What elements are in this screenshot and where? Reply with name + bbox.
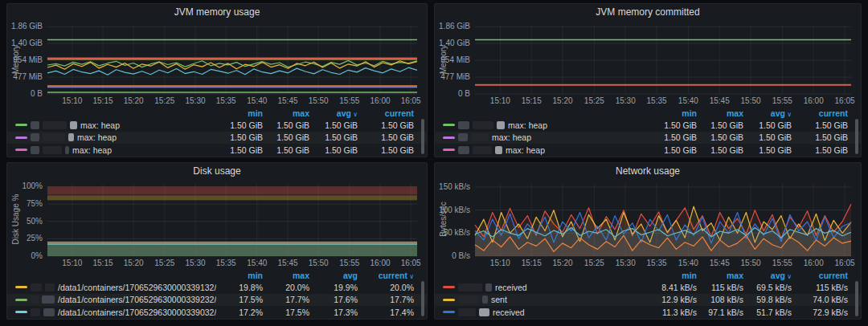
legend-series-cell[interactable]: max: heap: [15, 120, 216, 130]
legend-series-cell[interactable]: max: heap: [15, 132, 216, 142]
x-tick-label: 15:45: [275, 259, 301, 267]
legend-row[interactable]: sent12.9 kB/s108 kB/s59.8 kB/s74.0 kB/s: [435, 294, 861, 307]
x-tick-label: 15:35: [644, 96, 669, 105]
legend-value-avg: 1.50 GiB: [309, 132, 358, 142]
legend-value-avg: 1.50 GiB: [743, 145, 792, 155]
y-tick-label: 1.40 GiB: [435, 39, 470, 48]
legend-network-usage: minmaxavg ∨currentreceived8.41 kB/s115 k…: [435, 269, 861, 319]
legend-row[interactable]: /data1/containers/1706529630000339032/es…: [7, 306, 427, 319]
legend-column-min[interactable]: min: [216, 271, 263, 280]
legend-value-max: 1.50 GiB: [697, 145, 743, 155]
legend-scrollbar[interactable]: [421, 119, 424, 154]
x-tick-label: 15:50: [305, 259, 331, 267]
panel-title[interactable]: JVM memory usage: [7, 4, 427, 20]
legend-value-min: 1.50 GiB: [650, 120, 697, 130]
legend-column-avg[interactable]: avg ∨: [743, 108, 792, 118]
legend-series-label: max: heap: [77, 132, 117, 142]
legend-series-cell[interactable]: /data1/containers/1706529630000339032/es…: [15, 308, 216, 317]
legend-row[interactable]: received11.3 kB/s97.1 kB/s51.7 kB/s72.9 …: [435, 306, 861, 319]
sort-caret-icon: ∨: [785, 111, 792, 118]
legend-row[interactable]: /data1/containers/1706529630000339232/es…: [7, 294, 427, 307]
sort-caret-icon: ∨: [351, 111, 358, 118]
legend-column-current[interactable]: current: [792, 108, 848, 118]
legend-series-cell[interactable]: /data1/containers/1706529630000339232/es…: [15, 295, 216, 304]
legend-value-max: 97.1 kB/s: [697, 308, 743, 317]
legend-value-min: 1.50 GiB: [650, 145, 697, 155]
legend-value-current: 1.50 GiB: [792, 120, 848, 130]
panel-title[interactable]: Network usage: [435, 163, 861, 179]
x-tick-label: 15:25: [581, 96, 607, 105]
legend-value-current: 1.50 GiB: [358, 145, 414, 155]
y-tick-label: 0 B: [7, 89, 43, 99]
series-color-marker-icon: [443, 311, 455, 313]
x-tick-label: 16:05: [398, 96, 424, 105]
x-tick-label: 15:25: [581, 259, 607, 267]
legend-column-current[interactable]: current: [792, 271, 848, 280]
chart-network-usage[interactable]: Bytes/sec 0 B/s50 kB/s100 kB/s150 kB/s15…: [435, 179, 861, 269]
x-tick-label: 15:40: [244, 259, 270, 267]
legend-column-avg[interactable]: avg: [309, 271, 358, 280]
legend-header: minmaxavg ∨current: [7, 108, 427, 119]
legend-value-current: 74.0 kB/s: [792, 295, 848, 304]
chart-jvm-memory-usage[interactable]: Memory 0 B477 MiB954 MiB1.40 GiB1.86 GiB…: [7, 20, 427, 107]
legend-column-min[interactable]: min: [216, 108, 263, 118]
redacted-text: [43, 308, 55, 316]
legend-series-cell[interactable]: received: [443, 308, 650, 317]
panel-title[interactable]: Disk usage: [7, 163, 427, 179]
legend-column-avg[interactable]: avg ∨: [743, 271, 792, 280]
legend-series-cell[interactable]: max: heap: [443, 145, 650, 155]
redacted-text: [482, 295, 488, 304]
legend-series-label: /data1/containers/1706529630000339132/es…: [58, 283, 216, 292]
legend-scrollbar[interactable]: [421, 281, 424, 316]
chart-disk-usage[interactable]: Disk Usage % 0%25%50%75%100%15:1015:1515…: [7, 179, 427, 269]
legend-row[interactable]: /data1/containers/1706529630000339132/es…: [7, 281, 427, 294]
legend-series-cell[interactable]: received: [443, 283, 650, 292]
legend-column-max[interactable]: max: [263, 108, 309, 118]
legend-series-cell[interactable]: max: heap: [443, 120, 650, 130]
legend-column-max[interactable]: max: [697, 271, 743, 280]
redacted-text: [31, 308, 40, 316]
series-color-marker-icon: [15, 124, 27, 126]
legend-series-cell[interactable]: sent: [443, 295, 650, 304]
legend-scrollbar[interactable]: [855, 119, 858, 154]
legend-column-current[interactable]: current ∨: [358, 271, 414, 280]
legend-column-max[interactable]: max: [263, 271, 309, 280]
x-tick-label: 15:35: [644, 259, 669, 267]
legend-row[interactable]: max: heap1.50 GiB1.50 GiB1.50 GiB1.50 Gi…: [435, 132, 861, 145]
legend-row[interactable]: max: heap1.50 GiB1.50 GiB1.50 GiB1.50 Gi…: [435, 119, 861, 132]
legend-row[interactable]: max: heap1.50 GiB1.50 GiB1.50 GiB1.50 Gi…: [7, 119, 427, 132]
legend-scrollbar[interactable]: [855, 281, 858, 316]
legend-column-current[interactable]: current: [358, 108, 414, 118]
legend-value-min: 1.50 GiB: [216, 120, 263, 130]
panel-title[interactable]: JVM memory committed: [435, 4, 861, 20]
legend-row[interactable]: received8.41 kB/s115 kB/s69.5 kB/s115 kB…: [435, 281, 861, 294]
legend-value-min: 1.50 GiB: [650, 132, 697, 142]
legend-series-label: max: heap: [492, 132, 531, 142]
legend-series-cell[interactable]: /data1/containers/1706529630000339132/es…: [15, 283, 216, 292]
redacted-text: [458, 283, 482, 291]
legend-series-cell[interactable]: max: heap: [443, 132, 650, 142]
redacted-text: [458, 308, 476, 316]
legend-row[interactable]: max: heap1.50 GiB1.50 GiB1.50 GiB1.50 Gi…: [7, 132, 427, 145]
x-tick-label: 16:00: [800, 96, 826, 105]
chart-jvm-memory-committed[interactable]: Memory 0 B477 MiB954 MiB1.40 GiB1.86 GiB…: [435, 20, 861, 107]
redacted-text: [31, 133, 39, 141]
redacted-text: [31, 283, 42, 291]
y-tick-label: 1.86 GiB: [7, 22, 43, 31]
redacted-text: [70, 121, 77, 129]
legend-row[interactable]: max: heap1.50 GiB1.50 GiB1.50 GiB1.50 Gi…: [435, 144, 861, 157]
legend-column-min[interactable]: min: [650, 271, 697, 280]
legend-series-cell[interactable]: max: heap: [15, 145, 216, 155]
x-tick-label: 15:30: [182, 96, 208, 105]
y-tick-label: 0%: [7, 251, 43, 261]
y-tick-label: 25%: [7, 234, 43, 243]
legend-value-max: 20.0%: [263, 283, 309, 292]
legend-jvm-memory-committed: minmaxavg ∨currentmax: heap1.50 GiB1.50 …: [435, 107, 861, 157]
x-tick-label: 15:10: [487, 96, 513, 105]
legend-column-avg[interactable]: avg ∨: [309, 108, 358, 118]
legend-column-max[interactable]: max: [697, 108, 743, 118]
x-tick-label: 15:25: [152, 96, 178, 105]
legend-column-min[interactable]: min: [650, 108, 697, 118]
x-tick-label: 15:10: [59, 96, 85, 105]
legend-row[interactable]: max: heap1.50 GiB1.50 GiB1.50 GiB1.50 Gi…: [7, 144, 427, 157]
